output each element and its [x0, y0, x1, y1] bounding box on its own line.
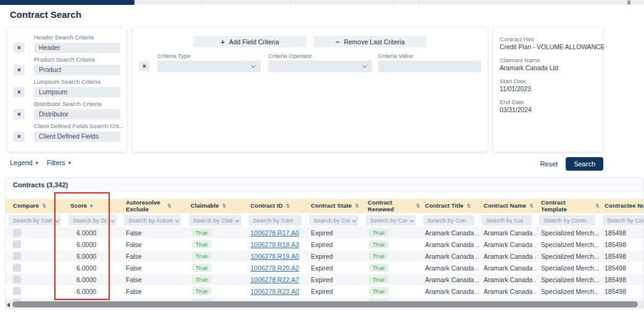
- filter-autoresolve-select[interactable]: [124, 215, 181, 226]
- criteria-group-header: Header Search Criteria × Header: [7, 34, 126, 53]
- score-cell: 6.0000: [65, 264, 121, 272]
- tab-divider: [291, 1, 291, 4]
- sort-desc-icon[interactable]: ▾: [90, 203, 93, 209]
- contract-template-cell: Specialized Merch...: [536, 241, 600, 248]
- criteria-chip[interactable]: Distributor: [34, 109, 120, 120]
- claimable-badge: True: [192, 240, 212, 248]
- column-header-contract-state[interactable]: Contract State ⇅: [306, 199, 363, 213]
- column-header-contract-renewed[interactable]: Contract Renewed ⇅: [363, 199, 420, 213]
- table-row: 6.0000 False True 1006278.R17.A0 Expired…: [6, 227, 644, 238]
- hint-field: End Date 03/31/2024: [500, 98, 598, 115]
- filter-claimable-select[interactable]: [189, 215, 241, 226]
- remove-criteria-row-button[interactable]: ×: [139, 61, 150, 71]
- criteria-type-label: Criteria Type: [157, 52, 191, 59]
- filter-compare-select[interactable]: [9, 215, 61, 226]
- criteria-value-input[interactable]: [378, 60, 481, 72]
- claimable-badge: True: [192, 252, 212, 260]
- contract-id-link[interactable]: 1006278.R23.A0: [250, 288, 299, 295]
- criteria-chip[interactable]: Product: [34, 65, 120, 75]
- remove-criteria-button[interactable]: ×: [14, 43, 25, 53]
- hint-value: 03/31/2024: [500, 106, 598, 115]
- add-field-criteria-button[interactable]: + Add Field Criteria: [193, 36, 307, 47]
- criteria-type-select[interactable]: [157, 60, 261, 72]
- column-header-contract-title[interactable]: Contract Title ⇅: [420, 199, 479, 213]
- filter-contract-renewed-select[interactable]: [366, 215, 416, 226]
- hint-value: 11/01/2023: [500, 85, 598, 94]
- criteria-chip[interactable]: Client Defined Fields: [34, 131, 120, 142]
- active-tab-remnant: [0, 0, 134, 5]
- column-header-claimable[interactable]: Claimable ⇅: [186, 199, 246, 213]
- criteria-chip[interactable]: Header: [34, 43, 120, 53]
- column-header-contractee-number[interactable]: Contractee Num: [600, 199, 644, 213]
- criteria-operator-select[interactable]: [268, 60, 372, 72]
- filter-contract-template-input[interactable]: [539, 215, 595, 226]
- filter-contract-name-input[interactable]: [482, 215, 532, 226]
- sort-both-icon[interactable]: ⇅: [222, 203, 226, 209]
- filter-contract-state-select[interactable]: [309, 215, 358, 226]
- column-header-contract-id[interactable]: Contract ID ⇅: [246, 199, 306, 213]
- claimable-badge: True: [192, 287, 212, 295]
- tab-divider: [393, 1, 394, 4]
- score-cell: 6.0000: [65, 241, 121, 248]
- sort-both-icon[interactable]: ⇅: [466, 203, 471, 209]
- sort-both-icon[interactable]: ⇅: [595, 203, 600, 209]
- scrollbar-thumb[interactable]: [12, 301, 638, 307]
- filter-contract-id-input[interactable]: [249, 215, 302, 226]
- contract-template-cell: Specialized Merch...: [536, 288, 600, 295]
- sort-both-icon[interactable]: ⇅: [286, 203, 290, 209]
- filter-score-select[interactable]: [68, 215, 117, 226]
- column-header-contract-name[interactable]: Contract Name ⇅: [479, 199, 536, 213]
- contract-id-link[interactable]: 1006278.R22.A7: [250, 276, 299, 283]
- remove-criteria-button[interactable]: ×: [14, 109, 25, 120]
- remove-last-criteria-button[interactable]: − Remove Last Criteria: [313, 36, 427, 47]
- scroll-left-icon[interactable]: [7, 303, 10, 307]
- row-checkbox[interactable]: [13, 229, 21, 237]
- horizontal-scrollbar[interactable]: [6, 301, 643, 308]
- sort-both-icon[interactable]: ⇅: [355, 203, 359, 209]
- claimable-badge: True: [192, 275, 212, 283]
- filter-contract-title-input[interactable]: [423, 215, 474, 226]
- remove-criteria-button[interactable]: ×: [14, 131, 25, 142]
- sort-both-icon[interactable]: ⇅: [529, 203, 534, 209]
- search-button[interactable]: Search: [566, 157, 603, 171]
- legend-label: Legend: [10, 159, 33, 166]
- contract-name-cell: Aramark Canada ...: [479, 288, 536, 295]
- contract-name-cell: Aramark Canada ...: [479, 253, 536, 260]
- autoresolve-cell: False: [121, 229, 186, 237]
- column-header-autoresolve-exclude[interactable]: Autoresolve Exclude ⇅: [121, 199, 186, 213]
- sort-both-icon[interactable]: ⇅: [42, 203, 46, 209]
- hint-field: Contract Hint Credit Plan - VOLUME ALLOW…: [500, 35, 598, 52]
- contractee-cell: 185498: [600, 241, 644, 248]
- contract-id-link[interactable]: 1006278.R17.A0: [250, 229, 299, 237]
- renewed-badge: True: [369, 264, 389, 272]
- contract-title-cell: Aramark Canada ...: [420, 229, 479, 237]
- criteria-chip[interactable]: Lumpsum: [34, 87, 120, 97]
- row-checkbox[interactable]: [13, 264, 21, 272]
- renewed-badge: True: [369, 287, 389, 295]
- column-header-score[interactable]: Score ▾: [65, 199, 121, 213]
- sort-both-icon[interactable]: ⇅: [167, 203, 171, 209]
- remove-criteria-button[interactable]: ×: [14, 65, 25, 75]
- row-checkbox[interactable]: [13, 287, 21, 295]
- contract-id-link[interactable]: 1006278.R19.A0: [250, 253, 299, 260]
- contract-id-link[interactable]: 1006278.R18.A3: [250, 241, 299, 248]
- contract-id-link[interactable]: 1006278.R20.A2: [250, 264, 299, 272]
- column-header-compare[interactable]: Compare ⇅: [6, 199, 65, 213]
- column-header-contract-template[interactable]: Contract Template ⇅: [536, 199, 600, 213]
- claimable-badge: True: [192, 229, 212, 237]
- caret-down-icon: ▾: [68, 160, 71, 166]
- row-checkbox[interactable]: [13, 240, 21, 248]
- sort-both-icon[interactable]: ⇅: [416, 203, 420, 209]
- criteria-operator-label: Criteria Operator: [268, 52, 312, 59]
- row-checkbox[interactable]: [13, 252, 21, 260]
- remove-criteria-button[interactable]: ×: [14, 87, 25, 97]
- reset-button[interactable]: Reset: [540, 160, 558, 168]
- row-checkbox[interactable]: [13, 275, 21, 283]
- autoresolve-cell: False: [121, 253, 186, 260]
- contracts-results-panel: Contracts (3,342) Compare ⇅ Score ▾ Auto…: [5, 177, 644, 309]
- filters-dropdown[interactable]: Filters ▾: [47, 159, 71, 166]
- filter-contractee-input[interactable]: [603, 215, 644, 226]
- legend-dropdown[interactable]: Legend ▾: [10, 159, 38, 166]
- table-row: 6.0000 False True 1006278.R22.A7 Expired…: [6, 274, 644, 285]
- autoresolve-cell: False: [121, 276, 186, 283]
